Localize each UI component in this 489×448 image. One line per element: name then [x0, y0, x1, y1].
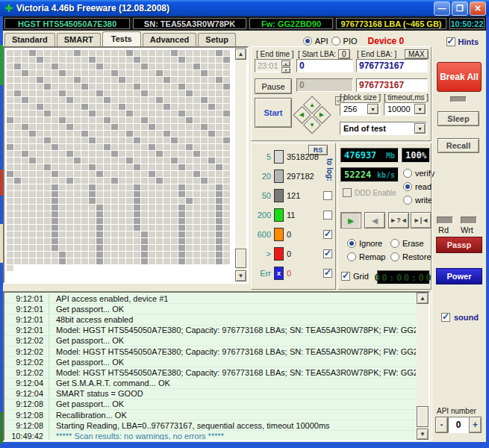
title-bar[interactable]: ✚ Victoria 4.46b Freeware (12.08.2008) —…	[0, 0, 489, 16]
erase-radio[interactable]	[390, 239, 399, 248]
sound-checkbox[interactable]	[441, 313, 450, 322]
passp-button[interactable]: Passp	[436, 237, 482, 253]
restore-radio[interactable]	[390, 252, 399, 261]
spin-up-icon[interactable]: ▲	[281, 60, 290, 66]
scroll-down-icon[interactable]: ▼	[235, 270, 246, 281]
recall-button[interactable]: Recall	[437, 138, 479, 153]
end-lba-input[interactable]: 976773167	[356, 59, 428, 72]
grid-checkbox[interactable]	[341, 272, 350, 281]
scroll-down-icon[interactable]: ▼	[417, 429, 429, 440]
remap-radio[interactable]	[347, 252, 356, 261]
spinner-arrows[interactable]: ▲ ▼	[281, 60, 290, 71]
start-lba-input[interactable]: 0	[296, 59, 353, 72]
ignore-radio[interactable]	[347, 239, 356, 248]
to-log-checkbox[interactable]	[323, 211, 332, 220]
scan-block-slow	[74, 158, 81, 164]
scan-block	[171, 171, 178, 177]
scan-block	[193, 258, 200, 264]
api-radio[interactable]	[303, 37, 312, 46]
spin-down-icon[interactable]: ▼	[281, 67, 290, 73]
to-log-checkbox[interactable]	[323, 230, 332, 239]
scan-block	[186, 50, 193, 56]
zero-button[interactable]: 0	[338, 49, 350, 59]
scan-block	[223, 184, 230, 190]
dropdown-arrow-icon[interactable]: ▼	[414, 123, 426, 134]
scan-block	[104, 231, 110, 237]
sleep-button[interactable]: Sleep	[437, 111, 479, 126]
to-log-checkbox[interactable]	[323, 249, 332, 258]
dropdown-arrow-icon[interactable]: ▼	[367, 104, 379, 114]
api-minus-button[interactable]: -	[435, 417, 448, 433]
scroll-up-icon[interactable]: ▲	[235, 49, 246, 60]
scan-block	[14, 171, 21, 177]
back-button[interactable]: ◄	[364, 212, 385, 228]
tab-smart[interactable]: SMART	[57, 33, 101, 46]
scan-block	[216, 117, 222, 123]
tab-advanced[interactable]: Advanced	[143, 33, 197, 46]
end-action-dropdown[interactable]: End of test ▼	[340, 122, 427, 135]
play-button[interactable]: ►	[340, 212, 361, 228]
grid-scroll-thumb[interactable]	[235, 249, 246, 268]
scan-block-slow	[208, 104, 215, 110]
scan-block	[59, 124, 66, 130]
scan-block	[81, 238, 88, 244]
scan-grid	[7, 50, 230, 264]
log-message: ***** Scan results: no warnings, no erro…	[49, 432, 224, 440]
scan-block	[171, 90, 178, 96]
end-time-spinner[interactable]: 23:01 ▲ ▼	[255, 59, 292, 72]
scan-block	[66, 258, 73, 264]
ddd-option: DDD Enable	[343, 188, 396, 197]
pause-button[interactable]: Pause	[255, 78, 292, 94]
scan-block	[119, 225, 125, 231]
scan-block	[14, 164, 21, 170]
scan-block	[29, 245, 36, 251]
log-scroll-thumb[interactable]	[417, 406, 429, 427]
max-button[interactable]: MAX	[405, 49, 429, 59]
seek-end-button[interactable]: ►|◄	[411, 212, 432, 228]
write-radio[interactable]	[403, 196, 412, 205]
scan-block	[223, 198, 230, 204]
scan-block	[104, 198, 110, 204]
counter-value: 3518208	[287, 152, 319, 161]
scan-block-slow	[216, 77, 222, 83]
mb-value: 476937	[344, 150, 376, 161]
minimize-button[interactable]: —	[434, 1, 450, 16]
scan-block	[74, 104, 81, 110]
timeout-dropdown[interactable]: 10000 ▼	[384, 102, 427, 116]
maximize-button[interactable]: ❐	[452, 1, 468, 16]
to-log-checkbox[interactable]	[323, 191, 332, 200]
dropdown-arrow-icon[interactable]: ▼	[414, 104, 426, 114]
block-size-dropdown[interactable]: 256 ▼	[340, 102, 380, 116]
scan-block	[163, 218, 170, 224]
scan-block-slow	[126, 50, 133, 56]
scan-block	[201, 238, 208, 244]
power-button[interactable]: Power	[436, 268, 482, 284]
pio-radio[interactable]	[331, 37, 340, 46]
start-button[interactable]: Start	[255, 98, 292, 128]
scan-block	[104, 184, 110, 190]
scan-block	[208, 231, 215, 237]
scan-block	[14, 117, 21, 123]
break-all-button[interactable]: Break All	[437, 62, 482, 92]
verify-radio[interactable]	[403, 169, 412, 178]
scroll-up-icon[interactable]: ▲	[417, 293, 429, 304]
log-scrollbar[interactable]: ▲ ▼	[417, 293, 429, 440]
scan-block	[74, 124, 81, 130]
tab-tests[interactable]: Tests	[102, 31, 141, 46]
close-button[interactable]: ✕	[470, 1, 486, 16]
scan-block	[37, 158, 43, 164]
grid-scrollbar[interactable]: ▲ ▼	[235, 49, 246, 281]
api-plus-button[interactable]: +	[469, 417, 482, 433]
read-radio[interactable]	[403, 182, 412, 191]
scan-block	[37, 84, 43, 90]
tab-standard[interactable]: Standard	[4, 33, 55, 46]
log-row: 9:12:01Get passport... OK	[4, 304, 416, 314]
seek-question-button[interactable]: ►?◄	[388, 212, 409, 228]
to-log-checkbox[interactable]	[323, 269, 332, 278]
scan-block	[44, 158, 51, 164]
hints-checkbox[interactable]	[446, 37, 455, 46]
scan-block	[89, 151, 96, 157]
scan-block	[201, 84, 208, 90]
log-panel: 9:12:01API access enabled, device #19:12…	[3, 291, 430, 441]
tab-setup[interactable]: Setup	[198, 33, 236, 46]
